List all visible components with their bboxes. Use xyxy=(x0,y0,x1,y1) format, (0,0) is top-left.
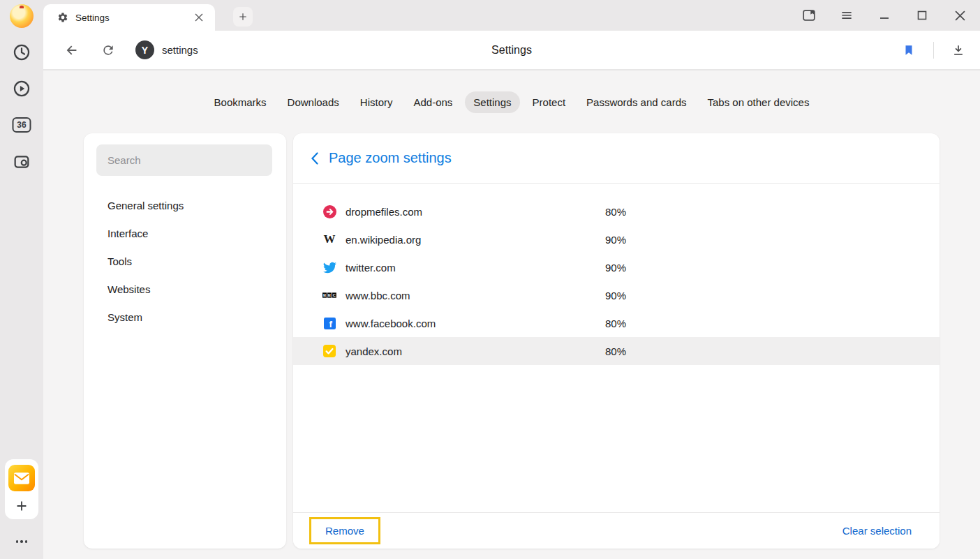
bookmark-icon[interactable] xyxy=(898,40,919,61)
site-name: en.wikipedia.org xyxy=(346,234,605,246)
toolbar-page-title: Settings xyxy=(491,44,532,57)
search-box xyxy=(96,144,272,176)
svg-text:B: B xyxy=(328,293,331,297)
tab-bookmarks[interactable]: Bookmarks xyxy=(206,91,275,113)
close-window-icon[interactable] xyxy=(949,5,970,26)
site-row-bbc[interactable]: B B C www.bbc.com 90% xyxy=(293,281,940,309)
wikipedia-favicon: W xyxy=(322,232,336,246)
site-zoom-value: 80% xyxy=(605,318,626,329)
settings-page: Bookmarks Downloads History Add-ons Sett… xyxy=(43,70,980,559)
svg-text:f: f xyxy=(329,318,332,329)
panel-footer: Remove Clear selection xyxy=(293,512,940,549)
add-shortcut-icon[interactable] xyxy=(11,495,32,516)
chevron-left-icon[interactable] xyxy=(310,152,320,165)
profile-avatar[interactable] xyxy=(10,4,34,28)
tab-other-devices[interactable]: Tabs on other devices xyxy=(699,91,818,113)
minimize-icon[interactable] xyxy=(874,5,895,26)
menu-item-websites[interactable]: Websites xyxy=(84,275,286,303)
back-icon[interactable] xyxy=(61,40,82,61)
site-row-yandex-selected[interactable]: yandex.com 80% xyxy=(293,337,940,365)
site-name: www.facebook.com xyxy=(346,318,605,329)
toolbar-right xyxy=(898,31,969,70)
tab-counter[interactable]: 36 xyxy=(13,117,31,133)
facebook-favicon: f xyxy=(322,316,336,330)
search-input[interactable] xyxy=(96,154,272,166)
history-icon[interactable] xyxy=(11,42,32,63)
checked-checkbox-icon[interactable] xyxy=(322,344,336,358)
settings-menu-card: General settings Interface Tools Website… xyxy=(84,133,286,549)
toolbar-divider xyxy=(933,42,934,59)
site-name: yandex.com xyxy=(346,345,605,357)
new-tab-button[interactable] xyxy=(233,7,253,27)
settings-menu-list: General settings Interface Tools Website… xyxy=(84,191,286,331)
left-rail: 36 xyxy=(0,0,43,559)
site-name: dropmefiles.com xyxy=(346,206,605,218)
menu-item-general-settings[interactable]: General settings xyxy=(84,191,286,219)
rail-more-icon[interactable] xyxy=(11,535,32,549)
site-zoom-value: 90% xyxy=(605,262,626,274)
site-zoom-value: 90% xyxy=(605,290,626,301)
site-list: dropmefiles.com 80% W en.wikipedia.org 9… xyxy=(293,184,940,365)
menu-item-tools[interactable]: Tools xyxy=(84,247,286,275)
bbc-favicon: B B C xyxy=(322,288,336,302)
panel-title[interactable]: Page zoom settings xyxy=(329,150,452,166)
downloads-icon[interactable] xyxy=(948,40,969,61)
tab-protect[interactable]: Protect xyxy=(524,91,574,113)
site-row-dropmefiles[interactable]: dropmefiles.com 80% xyxy=(293,197,940,225)
tab-title: Settings xyxy=(75,13,191,23)
window-controls xyxy=(799,5,970,26)
twitter-favicon xyxy=(322,260,336,274)
titlebar: Settings xyxy=(43,0,980,31)
browser-tab-settings[interactable]: Settings xyxy=(43,4,215,31)
tab-addons[interactable]: Add-ons xyxy=(405,91,461,113)
screenshot-icon[interactable] xyxy=(11,151,32,172)
reload-icon[interactable] xyxy=(98,40,119,61)
yandex-mail-icon[interactable] xyxy=(8,465,35,491)
site-row-wikipedia[interactable]: W en.wikipedia.org 90% xyxy=(293,225,940,253)
site-name: twitter.com xyxy=(346,262,605,274)
tab-settings[interactable]: Settings xyxy=(465,91,519,113)
tab-downloads[interactable]: Downloads xyxy=(279,91,348,113)
tab-close-icon[interactable] xyxy=(191,10,207,25)
svg-text:B: B xyxy=(323,293,326,297)
sidebar-panel-icon[interactable] xyxy=(799,5,819,26)
settings-nav-tabs: Bookmarks Downloads History Add-ons Sett… xyxy=(43,91,980,113)
dropmefiles-favicon xyxy=(322,204,336,218)
site-name: www.bbc.com xyxy=(346,290,605,301)
toolbar: Y settings Settings xyxy=(43,31,980,70)
page-zoom-card: Page zoom settings dropmefiles.com 80% W… xyxy=(293,133,940,549)
site-zoom-value: 80% xyxy=(605,345,626,357)
tab-history[interactable]: History xyxy=(352,91,401,113)
url-text[interactable]: settings xyxy=(162,44,198,56)
menu-item-interface[interactable]: Interface xyxy=(84,219,286,247)
menu-item-system[interactable]: System xyxy=(84,303,286,331)
gear-icon xyxy=(57,12,68,23)
site-zoom-value: 80% xyxy=(605,206,626,218)
maximize-icon[interactable] xyxy=(912,5,933,26)
panel-header: Page zoom settings xyxy=(293,133,940,184)
site-row-facebook[interactable]: f www.facebook.com 80% xyxy=(293,309,940,337)
menu-icon[interactable] xyxy=(836,5,857,26)
site-row-twitter[interactable]: twitter.com 90% xyxy=(293,253,940,281)
settings-favicon: Y xyxy=(135,40,154,59)
tab-counter-value: 36 xyxy=(17,120,26,130)
site-zoom-value: 90% xyxy=(605,234,626,246)
play-icon[interactable] xyxy=(11,78,32,99)
clear-selection-button[interactable]: Clear selection xyxy=(842,525,912,537)
tab-passwords[interactable]: Passwords and cards xyxy=(578,91,695,113)
remove-button-highlight: Remove xyxy=(309,517,380,544)
remove-button[interactable]: Remove xyxy=(325,525,364,537)
